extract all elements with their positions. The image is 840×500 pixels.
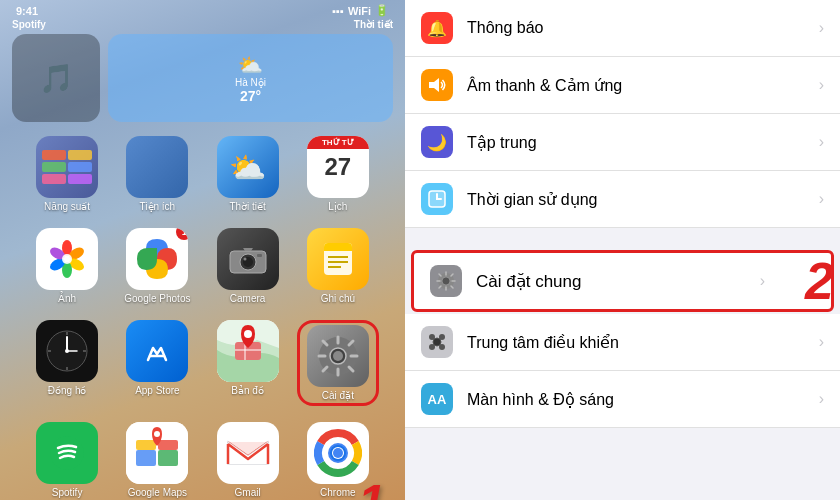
signal-icon: ▪▪▪ bbox=[332, 5, 344, 17]
svg-point-41 bbox=[333, 351, 343, 361]
app-label-appstore: App Store bbox=[135, 385, 179, 396]
status-time: 9:41 bbox=[16, 5, 38, 17]
svg-line-65 bbox=[451, 286, 453, 288]
svg-point-59 bbox=[442, 277, 450, 285]
app-row-2: Ảnh 1 Google Photos bbox=[10, 222, 395, 314]
app-clock[interactable]: Đồng hồ bbox=[26, 320, 108, 406]
app-label-chrome: Chrome bbox=[320, 487, 356, 498]
sound-icon bbox=[421, 69, 453, 101]
focus-chevron: › bbox=[819, 133, 824, 151]
app-utilities[interactable]: Tiện ích bbox=[116, 136, 198, 212]
notifications-icon: 🔔 bbox=[421, 12, 453, 44]
settings-row-screentime[interactable]: Thời gian sử dụng › bbox=[405, 171, 840, 228]
app-photos[interactable]: Ảnh bbox=[26, 228, 108, 304]
battery-icon: 🔋 bbox=[375, 4, 389, 17]
sound-label: Âm thanh & Cảm ứng bbox=[467, 76, 819, 95]
display-icon: AA bbox=[421, 383, 453, 415]
phone-screen: 9:41 ▪▪▪ WiFi 🔋 Spotify Thời tiết 🎵 ⛅ Hà… bbox=[0, 0, 405, 500]
general-chevron: › bbox=[760, 272, 765, 290]
sound-chevron: › bbox=[819, 76, 824, 94]
svg-point-72 bbox=[433, 338, 441, 346]
screentime-chevron: › bbox=[819, 190, 824, 208]
app-weather[interactable]: ⛅ Thời tiết bbox=[207, 136, 289, 212]
svg-point-7 bbox=[62, 254, 72, 264]
gphotos-badge: 1 bbox=[176, 228, 188, 240]
settings-row-sound[interactable]: Âm thanh & Cảm ứng › bbox=[405, 57, 840, 114]
svg-point-42 bbox=[50, 436, 84, 470]
notifications-chevron: › bbox=[819, 19, 824, 37]
svg-marker-55 bbox=[429, 78, 439, 92]
display-chevron: › bbox=[819, 390, 824, 408]
weather-widget: ⛅ Hà Nội 27° bbox=[108, 34, 393, 122]
app-spotify[interactable]: Spotify bbox=[26, 422, 108, 498]
settings-panel: 🔔 Thông báo › Âm thanh & Cảm ứng › 🌙 Tập… bbox=[405, 0, 840, 500]
app-gmaps[interactable]: Google Maps bbox=[116, 422, 198, 498]
svg-point-48 bbox=[154, 431, 160, 437]
svg-point-23 bbox=[65, 349, 69, 353]
svg-point-12 bbox=[243, 258, 246, 261]
general-icon bbox=[430, 265, 462, 297]
app-label-utilities: Tiện ích bbox=[140, 201, 176, 212]
app-label-productivity: Năng suất bbox=[44, 201, 90, 212]
app-productivity[interactable]: Năng suất bbox=[26, 136, 108, 212]
app-label-clock: Đồng hồ bbox=[48, 385, 87, 396]
settings-row-general[interactable]: Cài đặt chung › bbox=[411, 250, 834, 312]
app-label-gmail: Gmail bbox=[235, 487, 261, 498]
status-bar: 9:41 ▪▪▪ WiFi 🔋 bbox=[0, 0, 405, 19]
spotify-widget: 🎵 bbox=[12, 34, 100, 122]
svg-rect-45 bbox=[158, 450, 178, 466]
app-label-notes: Ghi chú bbox=[321, 293, 355, 304]
svg-rect-13 bbox=[257, 254, 262, 257]
notifications-label: Thông báo bbox=[467, 19, 819, 37]
svg-rect-47 bbox=[158, 440, 178, 450]
focus-label: Tập trung bbox=[467, 133, 819, 152]
app-notes[interactable]: Ghi chú bbox=[297, 228, 379, 304]
app-label-maps: Bản đồ bbox=[231, 385, 264, 396]
app-gmail[interactable]: Gmail bbox=[207, 422, 289, 498]
control-icon bbox=[421, 326, 453, 358]
general-label: Cài đặt chung bbox=[476, 271, 760, 292]
app-label-photos: Ảnh bbox=[58, 293, 76, 304]
svg-rect-16 bbox=[324, 247, 352, 251]
screentime-label: Thời gian sử dụng bbox=[467, 190, 819, 209]
app-gphotos[interactable]: 1 Google Photos bbox=[116, 228, 198, 304]
app-row-4: Spotify Google Maps bbox=[10, 416, 395, 500]
svg-line-67 bbox=[439, 286, 441, 288]
focus-icon: 🌙 bbox=[421, 126, 453, 158]
app-appstore[interactable]: App Store bbox=[116, 320, 198, 406]
settings-row-control[interactable]: Trung tâm điều khiển › bbox=[405, 314, 840, 371]
app-settings-highlighted[interactable]: Cài đặt bbox=[297, 320, 379, 406]
svg-line-64 bbox=[439, 274, 441, 276]
settings-section-main: 🔔 Thông báo › Âm thanh & Cảm ứng › 🌙 Tập… bbox=[405, 0, 840, 428]
svg-point-30 bbox=[244, 330, 252, 338]
apps-grid: Năng suất Tiện ích ⛅ Thời tiết bbox=[0, 128, 405, 500]
settings-row-notifications[interactable]: 🔔 Thông báo › bbox=[405, 0, 840, 57]
app-row-3: Đồng hồ App Store bbox=[10, 314, 395, 416]
settings-row-focus[interactable]: 🌙 Tập trung › bbox=[405, 114, 840, 171]
status-icons: ▪▪▪ WiFi 🔋 bbox=[332, 4, 389, 17]
app-calendar[interactable]: THỨ TƯ 27 Lịch bbox=[297, 136, 379, 212]
display-label: Màn hình & Độ sáng bbox=[467, 390, 819, 409]
app-label-weather: Thời tiết bbox=[229, 201, 265, 212]
app-maps[interactable]: Bản đồ bbox=[207, 320, 289, 406]
svg-point-54 bbox=[333, 448, 343, 458]
app-label-spotify: Spotify bbox=[52, 487, 83, 498]
control-label: Trung tâm điều khiển bbox=[467, 333, 819, 352]
app-label-gphotos: Google Photos bbox=[124, 293, 190, 304]
app-label-calendar: Lịch bbox=[328, 201, 347, 212]
app-chrome[interactable]: Chrome bbox=[297, 422, 379, 498]
app-camera[interactable]: Camera bbox=[207, 228, 289, 304]
app-label-gmaps: Google Maps bbox=[128, 487, 187, 498]
app-label-settings: Cài đặt bbox=[322, 390, 354, 401]
widget-weather: Thời tiết bbox=[354, 19, 393, 30]
settings-row-display[interactable]: AA Màn hình & Độ sáng › bbox=[405, 371, 840, 428]
control-chevron: › bbox=[819, 333, 824, 351]
app-row-1: Năng suất Tiện ích ⛅ Thời tiết bbox=[10, 130, 395, 222]
svg-rect-44 bbox=[136, 450, 156, 466]
screentime-icon bbox=[421, 183, 453, 215]
svg-line-66 bbox=[451, 274, 453, 276]
settings-row-general-wrapper: Cài đặt chung › 2 bbox=[405, 250, 840, 312]
app-label-camera: Camera bbox=[230, 293, 266, 304]
svg-rect-46 bbox=[136, 440, 156, 450]
wifi-icon: WiFi bbox=[348, 5, 371, 17]
